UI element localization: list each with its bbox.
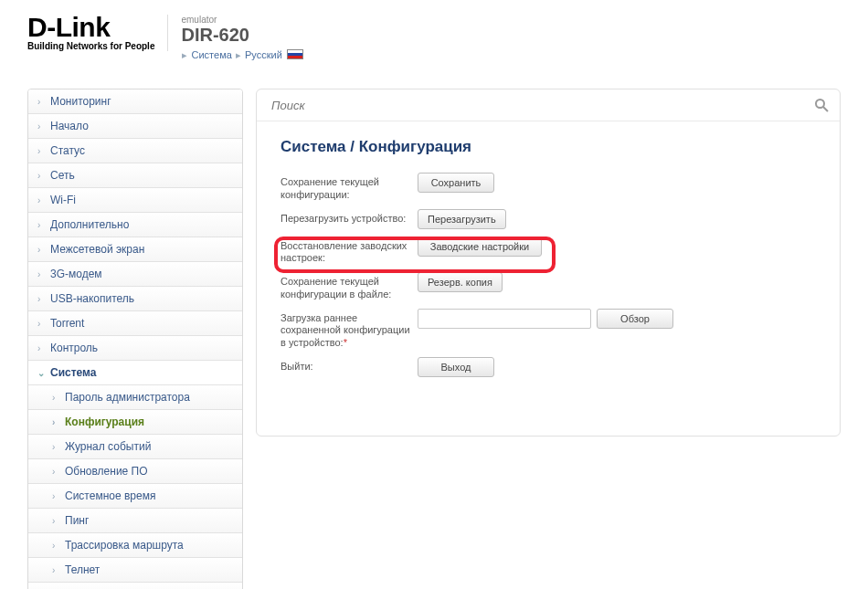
svg-line-1: [823, 107, 828, 111]
chevron-right-icon: ›: [37, 195, 50, 205]
sidebar-item-label: Телнет: [65, 563, 100, 576]
logo-word: D-Link: [27, 15, 154, 39]
sidebar-sub-firmware[interactable]: ›Обновление ПО: [28, 459, 242, 483]
sidebar-item-label: Сеть: [50, 169, 75, 182]
crumb-language[interactable]: Русский: [245, 49, 282, 60]
save-button[interactable]: Сохранить: [418, 173, 494, 193]
logout-button[interactable]: Выход: [418, 357, 494, 377]
chevron-right-icon: ›: [37, 146, 50, 156]
chevron-right-icon: ›: [37, 220, 50, 230]
chevron-right-icon: ›: [52, 417, 65, 427]
restore-file-field[interactable]: [418, 309, 591, 329]
sidebar-sub-usbusers[interactable]: ›Пользователи USB: [28, 583, 242, 589]
sidebar-item-label: Статус: [50, 144, 85, 157]
sidebar-item-system[interactable]: ⌄Система: [28, 361, 242, 384]
reboot-button[interactable]: Перезагрузить: [418, 209, 506, 229]
config-form: Сохранение текущей конфигурации: Сохрани…: [257, 169, 840, 381]
sidebar-item-status[interactable]: ›Статус: [28, 139, 242, 163]
chevron-right-icon: ›: [52, 467, 65, 477]
sidebar-item-label: Трассировка маршрута: [65, 539, 184, 552]
sidebar-item-start[interactable]: ›Начало: [28, 114, 242, 138]
sidebar-sub-systemtime[interactable]: ›Системное время: [28, 484, 242, 508]
sidebar-item-firewall[interactable]: ›Межсетевой экран: [28, 237, 242, 261]
chevron-right-icon: ›: [52, 541, 65, 551]
chevron-down-icon: ⌄: [37, 368, 50, 378]
row-logout: Выйти: Выход: [281, 353, 816, 381]
label-save-config: Сохранение текущей конфигурации:: [281, 173, 418, 202]
sidebar-item-label: Контроль: [50, 342, 98, 354]
sidebar-sub-ping[interactable]: ›Пинг: [28, 509, 242, 532]
search-input[interactable]: [271, 99, 814, 112]
row-backup: Сохранение текущей конфигурации в файле:…: [281, 268, 816, 305]
sidebar-item-label: Пинг: [65, 514, 89, 527]
sidebar-item-monitoring[interactable]: ›Мониторинг: [28, 89, 242, 113]
crumb-sep-icon: ▸: [182, 49, 187, 60]
sidebar-menu: ›Мониторинг ›Начало ›Статус ›Сеть ›Wi-Fi…: [27, 89, 243, 589]
flag-russia-icon[interactable]: [287, 49, 303, 59]
sidebar-item-label: Начало: [50, 120, 89, 132]
browse-button[interactable]: Обзор: [597, 309, 673, 329]
sidebar-item-control[interactable]: ›Контроль: [28, 336, 242, 360]
sidebar-item-label: Мониторинг: [50, 95, 111, 108]
sidebar-item-network[interactable]: ›Сеть: [28, 163, 242, 187]
chevron-right-icon: ›: [37, 343, 50, 353]
sidebar-item-label: Пароль администратора: [65, 391, 190, 404]
sidebar-item-label: Дополнительно: [50, 218, 129, 231]
breadcrumb: ▸ Система ▸ Русский: [181, 49, 302, 61]
row-save-config: Сохранение текущей конфигурации: Сохрани…: [281, 169, 816, 205]
label-factory: Восстановление заводских настроек:: [281, 237, 418, 266]
svg-point-0: [816, 100, 824, 108]
emulator-label: emulator: [181, 15, 302, 25]
crumb-sep-icon: ▸: [236, 49, 241, 60]
logo: D-Link Building Networks for People: [27, 15, 168, 51]
row-reboot: Перезагрузить устройство: Перезагрузить: [281, 205, 816, 233]
crumb-system[interactable]: Система: [192, 49, 232, 60]
sidebar-sub-admin-password[interactable]: ›Пароль администратора: [28, 385, 242, 409]
logo-tag: Building Networks for People: [27, 41, 154, 51]
sidebar-item-label: Wi-Fi: [50, 194, 76, 206]
chevron-right-icon: ›: [37, 97, 50, 107]
sidebar-item-advanced[interactable]: ›Дополнительно: [28, 213, 242, 237]
sidebar-item-usb-storage[interactable]: ›USB-накопитель: [28, 287, 242, 310]
sidebar-sub-eventlog[interactable]: ›Журнал событий: [28, 435, 242, 458]
label-logout: Выйти:: [281, 357, 418, 373]
required-mark: *: [344, 337, 347, 348]
sidebar-item-label: Конфигурация: [65, 415, 144, 428]
sidebar-item-3g[interactable]: ›3G-модем: [28, 262, 242, 286]
chevron-right-icon: ›: [52, 565, 65, 575]
sidebar-item-label: Обновление ПО: [65, 465, 148, 478]
sidebar-item-label: Межсетевой экран: [50, 243, 144, 256]
sidebar-sub-configuration[interactable]: ›Конфигурация: [28, 410, 242, 434]
sidebar: ›Мониторинг ›Начало ›Статус ›Сеть ›Wi-Fi…: [27, 89, 243, 589]
sidebar-item-label: Журнал событий: [65, 440, 151, 453]
chevron-right-icon: ›: [37, 171, 50, 181]
chevron-right-icon: ›: [52, 442, 65, 452]
row-factory: Восстановление заводских настроек: Завод…: [281, 233, 816, 269]
chevron-right-icon: ›: [37, 121, 50, 131]
sidebar-sub-telnet[interactable]: ›Телнет: [28, 558, 242, 582]
sidebar-item-torrent[interactable]: ›Torrent: [28, 311, 242, 335]
chevron-right-icon: ›: [37, 245, 50, 255]
search-bar: [257, 89, 840, 121]
model-block: emulator DIR-620 ▸ Система ▸ Русский: [168, 15, 302, 61]
chevron-right-icon: ›: [52, 516, 65, 526]
sidebar-sub-traceroute[interactable]: ›Трассировка маршрута: [28, 533, 242, 557]
chevron-right-icon: ›: [37, 319, 50, 329]
label-backup: Сохранение текущей конфигурации в файле:: [281, 272, 418, 301]
model-name: DIR-620: [181, 25, 302, 46]
sidebar-item-label: Системное время: [65, 489, 155, 502]
header: D-Link Building Networks for People emul…: [27, 15, 841, 61]
chevron-right-icon: ›: [52, 491, 65, 501]
label-restore: Загрузка раннее сохраненной конфигурации…: [281, 309, 418, 350]
factory-reset-button[interactable]: Заводские настройки: [418, 237, 542, 257]
chevron-right-icon: ›: [37, 294, 50, 304]
sidebar-item-label: 3G-модем: [50, 268, 102, 280]
search-icon[interactable]: [814, 98, 829, 112]
sidebar-item-label: Система: [50, 366, 97, 379]
sidebar-item-wifi[interactable]: ›Wi-Fi: [28, 188, 242, 212]
row-restore: Загрузка раннее сохраненной конфигурации…: [281, 305, 816, 353]
chevron-right-icon: ›: [52, 393, 65, 403]
backup-button[interactable]: Резерв. копия: [418, 272, 503, 292]
label-reboot: Перезагрузить устройство:: [281, 209, 418, 226]
content-panel: Система / Конфигурация Сохранение текуще…: [256, 89, 841, 436]
